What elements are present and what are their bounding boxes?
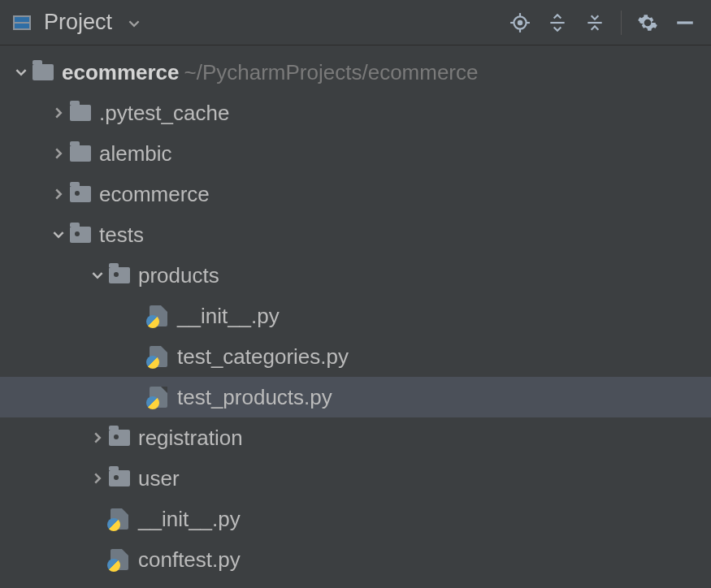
tree-label: __init__.py — [177, 304, 280, 329]
tree-label: user — [138, 466, 180, 491]
tree-row-file-selected[interactable]: test_products.py — [0, 377, 711, 417]
gear-icon[interactable] — [636, 11, 659, 34]
tree-row-file[interactable]: test_categories.py — [0, 336, 711, 377]
package-icon — [68, 227, 93, 243]
tree-row-folder[interactable]: tests — [0, 214, 711, 255]
folder-icon — [31, 64, 55, 80]
hide-icon[interactable] — [674, 11, 696, 34]
package-icon — [68, 186, 93, 202]
svg-point-1 — [518, 20, 522, 24]
chevron-right-icon[interactable] — [88, 473, 107, 484]
python-file-icon — [146, 305, 171, 326]
python-file-icon — [146, 387, 171, 408]
tree-row-folder[interactable]: .pytest_cache — [0, 93, 711, 133]
locate-icon[interactable] — [509, 11, 531, 34]
tree-label: ecommerce — [62, 60, 180, 85]
tree-path: ~/PycharmProjects/ecommerce — [184, 60, 479, 85]
tree-row-file[interactable]: __init__.py — [0, 499, 711, 539]
collapse-all-icon[interactable] — [583, 11, 606, 34]
chevron-down-icon — [128, 10, 140, 35]
tree-label: ecommerce — [99, 182, 210, 207]
python-file-icon — [146, 346, 171, 367]
tree-row-folder[interactable]: products — [0, 255, 711, 296]
project-toolbar: Project — [0, 0, 711, 45]
chevron-right-icon[interactable] — [49, 107, 68, 119]
tree-row-file[interactable]: __init__.py — [0, 296, 711, 336]
package-icon — [107, 430, 132, 446]
tree-row-folder[interactable]: user — [0, 458, 711, 499]
tree-row-root[interactable]: ecommerce ~/PycharmProjects/ecommerce — [0, 52, 711, 93]
tree-label: .pytest_cache — [99, 101, 229, 126]
tree-label: registration — [138, 426, 243, 451]
toolbar-title: Project — [44, 10, 112, 35]
chevron-down-icon[interactable] — [49, 229, 68, 240]
chevron-right-icon[interactable] — [49, 188, 68, 200]
tree-row-file[interactable]: conftest.py — [0, 539, 711, 580]
tree-row-folder[interactable]: alembic — [0, 133, 711, 174]
chevron-down-icon[interactable] — [88, 270, 107, 281]
python-file-icon — [107, 508, 132, 530]
python-file-icon — [107, 549, 132, 570]
package-icon — [107, 470, 132, 486]
folder-icon — [68, 105, 93, 121]
tree-label: conftest.py — [138, 547, 241, 573]
tree-label: alembic — [99, 141, 172, 166]
tree-label: test_products.py — [177, 385, 332, 410]
chevron-right-icon[interactable] — [88, 432, 107, 443]
folder-icon — [68, 145, 93, 162]
chevron-right-icon[interactable] — [49, 148, 68, 159]
expand-all-icon[interactable] — [546, 11, 569, 34]
tree-label: products — [138, 263, 219, 288]
tree-label: test_categories.py — [177, 344, 349, 370]
tree-label: __init__.py — [138, 507, 241, 532]
tree-row-folder[interactable]: registration — [0, 417, 711, 458]
project-tree: ecommerce ~/PycharmProjects/ecommerce .p… — [0, 45, 711, 580]
tree-row-folder[interactable]: ecommerce — [0, 174, 711, 214]
toolbar-separator — [621, 11, 622, 35]
project-dropdown[interactable]: Project — [5, 10, 140, 35]
chevron-down-icon[interactable] — [11, 67, 31, 78]
project-icon — [13, 15, 31, 30]
tree-label: tests — [99, 223, 144, 248]
package-icon — [107, 267, 132, 283]
